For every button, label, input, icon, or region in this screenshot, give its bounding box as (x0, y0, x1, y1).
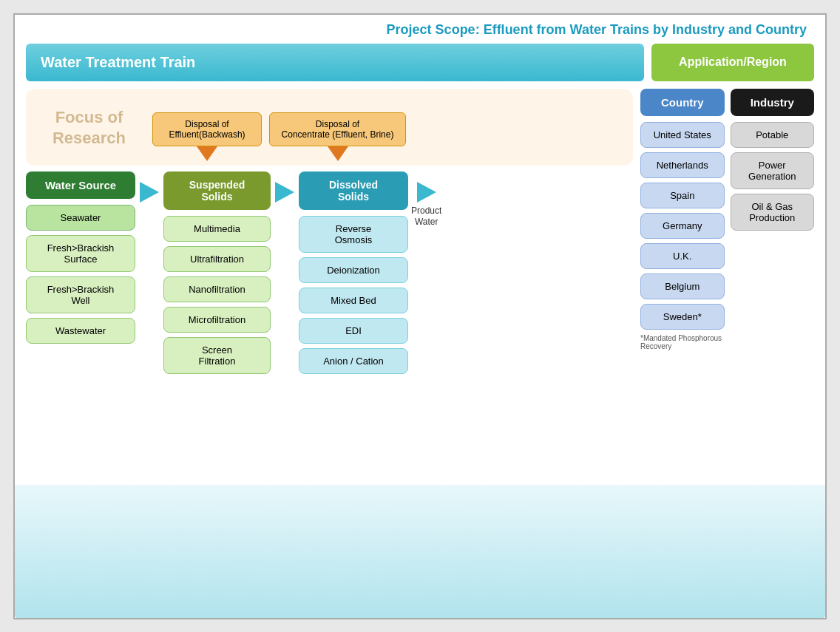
country-item-5: Belgium (640, 273, 725, 299)
industry-col: Potable Power Generation Oil & Gas Produ… (731, 122, 815, 604)
water-source-col: Water Source Seawater Fresh>Brackish Sur… (26, 171, 135, 348)
suspended-solids-col: Suspended Solids Multimedia Ultrafiltrat… (163, 171, 271, 378)
country-item-6: Sweden* (640, 304, 725, 330)
country-item-0: United States (640, 122, 725, 148)
ss-item-1: Ultrafiltration (163, 246, 271, 272)
product-water-area: Product Water (411, 182, 441, 228)
right-arrow-icon-3 (417, 182, 436, 203)
outer-frame: Project Scope: Effluent from Water Train… (13, 13, 827, 619)
ws-item-1: Fresh>Brackish Surface (26, 235, 135, 272)
country-item-3: Germany (640, 213, 725, 239)
disposal-2-container: Disposal of Concentrate (Effluent, Brine… (269, 112, 406, 161)
arrow-up-2 (328, 146, 348, 161)
ds-item-1: Deionization (299, 257, 408, 283)
header-row: Water Treatment Train Application/Region (26, 44, 814, 81)
right-arrow-icon-1 (140, 182, 159, 203)
ds-item-4: Anion / Cation (299, 348, 408, 374)
right-arrow-icon-2 (275, 182, 294, 203)
suspended-header: Suspended Solids (163, 171, 271, 210)
country-item-4: U.K. (640, 243, 725, 269)
ws-item-2: Fresh>Brackish Well (26, 276, 135, 313)
ss-item-4: Screen Filtration (163, 337, 271, 374)
disposal-1-container: Disposal of Effluent(Backwash) (152, 112, 262, 161)
right-lists: United States Netherlands Spain Germany … (640, 122, 814, 604)
page-title: Project Scope: Effluent from Water Train… (26, 22, 814, 38)
disposal-area: Disposal of Effluent(Backwash) Disposal … (152, 112, 406, 161)
right-side: Country Industry United States Netherlan… (640, 89, 814, 604)
right-header-row: Country Industry (640, 89, 814, 116)
body-area: Focus of Research Disposal of Effluent(B… (26, 89, 814, 604)
left-side: Focus of Research Disposal of Effluent(B… (26, 89, 633, 604)
disposal-1-box: Disposal of Effluent(Backwash) (152, 112, 262, 146)
industry-item-0: Potable (731, 122, 815, 148)
arrow-ss-to-ds (274, 182, 296, 203)
wtt-header: Water Treatment Train (26, 44, 644, 81)
ds-item-2: Mixed Bed (299, 288, 408, 313)
water-source-header: Water Source (26, 171, 135, 199)
ws-item-3: Wastewater (26, 318, 135, 344)
ss-item-2: Nanofiltration (163, 276, 271, 302)
dissolved-solids-col: Dissolved Solids Reverse Osmosis Deioniz… (299, 171, 408, 378)
main-content: Water Treatment Train Application/Region… (26, 44, 814, 604)
columns-row: Water Source Seawater Fresh>Brackish Sur… (26, 171, 633, 378)
disposal-2-box: Disposal of Concentrate (Effluent, Brine… (269, 112, 406, 146)
ws-item-0: Seawater (26, 205, 135, 231)
industry-item-2: Oil & Gas Production (731, 194, 815, 231)
focus-of-research: Focus of Research (32, 95, 146, 161)
dissolved-header: Dissolved Solids (299, 171, 408, 210)
ds-item-3: EDI (299, 318, 408, 344)
industry-item-1: Power Generation (731, 152, 815, 189)
product-water-label: Product Water (411, 205, 441, 228)
country-col: United States Netherlands Spain Germany … (640, 122, 725, 604)
footnote: *Mandated Phosphorous Recovery (640, 334, 725, 350)
ss-item-3: Microfiltration (163, 307, 271, 333)
ds-item-0: Reverse Osmosis (299, 216, 408, 253)
country-header: Country (640, 89, 725, 116)
country-item-1: Netherlands (640, 152, 725, 178)
industry-header: Industry (731, 89, 815, 116)
ss-item-0: Multimedia (163, 216, 271, 242)
focus-text: Focus of Research (52, 107, 126, 148)
arrow-up-1 (197, 146, 217, 161)
arrow-ws-to-ss (138, 182, 160, 203)
country-item-2: Spain (640, 183, 725, 208)
app-header: Application/Region (651, 44, 814, 81)
